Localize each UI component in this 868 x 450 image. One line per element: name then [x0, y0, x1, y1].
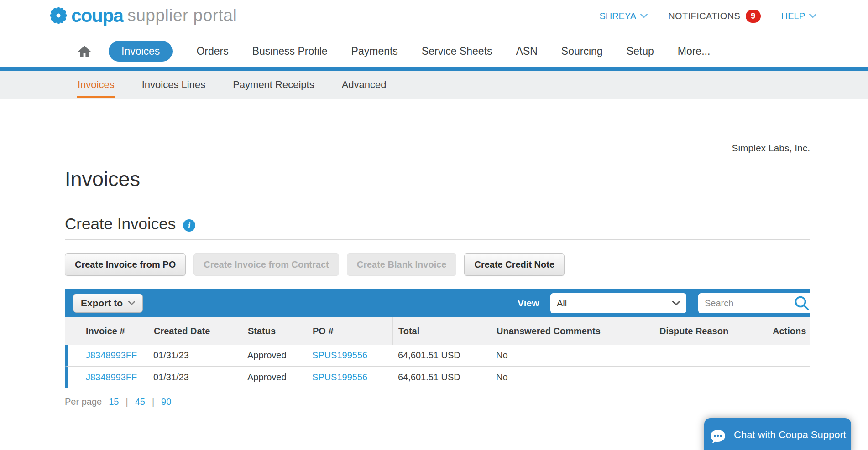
column-header-po: PO #	[307, 317, 392, 345]
invoice-action-buttons: Create Invoice from PO Create Invoice fr…	[65, 253, 810, 276]
per-page-label: Per page	[65, 397, 102, 407]
create-blank-invoice-button: Create Blank Invoice	[347, 253, 457, 276]
help-label: HELP	[781, 11, 805, 21]
total-cell: 64,601.51 USD	[392, 350, 491, 361]
chat-support-button[interactable]: Chat with Coupa Support	[704, 418, 851, 450]
nav-item-sourcing[interactable]: Sourcing	[561, 45, 603, 57]
po-number-link[interactable]: SPUS199556	[312, 372, 367, 382]
po-number-link[interactable]: SPUS199556	[312, 350, 367, 360]
invoice-table: Invoice # Created Date Status PO # Total…	[65, 317, 810, 388]
accent-divider	[0, 67, 868, 71]
view-label: View	[518, 289, 539, 317]
pagination: Per page 15 | 45 | 90	[65, 397, 810, 407]
content-area: Simplex Labs, Inc. Invoices Create Invoi…	[65, 99, 810, 407]
per-page-90-link[interactable]: 90	[161, 397, 171, 407]
divider	[658, 9, 658, 23]
top-header: coupa supplier portal SHREYA NOTIFICATIO…	[0, 0, 868, 67]
created-date-cell: 01/31/23	[148, 350, 242, 361]
column-header-total: Total	[392, 317, 491, 345]
nav-item-service-sheets[interactable]: Service Sheets	[422, 45, 492, 57]
export-to-button[interactable]: Export to	[73, 294, 143, 313]
section-title: Create Invoices	[65, 215, 176, 233]
chevron-down-icon	[809, 14, 816, 18]
brand-suffix: supplier portal	[127, 6, 237, 25]
chat-bubble-icon	[709, 429, 727, 445]
subnav-item-invoices[interactable]: Invoices	[77, 72, 115, 98]
table-row: J8348993FF 01/31/23 Approved SPUS199556 …	[65, 345, 810, 367]
divider	[771, 9, 771, 23]
column-header-status: Status	[242, 317, 307, 345]
column-header-invoice: Invoice #	[65, 317, 148, 345]
nav-item-asn[interactable]: ASN	[516, 45, 538, 57]
create-invoice-from-contract-button: Create Invoice from Contract	[193, 253, 339, 276]
created-date-cell: 01/31/23	[148, 372, 242, 383]
nav-item-setup[interactable]: Setup	[627, 45, 654, 57]
invoice-table-region: Export to View All Invoice # Created Dat…	[65, 289, 810, 388]
help-menu[interactable]: HELP	[781, 11, 816, 21]
nav-item-business-profile[interactable]: Business Profile	[252, 45, 328, 57]
section-header: Create Invoices i	[65, 215, 810, 233]
create-credit-note-button[interactable]: Create Credit Note	[464, 253, 565, 276]
page-title: Invoices	[65, 167, 810, 191]
invoice-number-link[interactable]: J8348993FF	[86, 350, 137, 360]
view-select-value: All	[557, 298, 567, 309]
sub-nav: Invoices Invoices Lines Payment Receipts…	[0, 71, 868, 99]
account-bar: SHREYA NOTIFICATIONS 9 HELP	[599, 9, 816, 23]
user-menu[interactable]: SHREYA	[599, 11, 648, 21]
notifications-label: NOTIFICATIONS	[668, 11, 740, 21]
invoice-number-link[interactable]: J8348993FF	[86, 372, 137, 382]
total-cell: 64,601.51 USD	[392, 372, 491, 383]
status-cell: Approved	[242, 350, 307, 361]
per-page-15-link[interactable]: 15	[109, 397, 119, 407]
subnav-item-advanced[interactable]: Advanced	[341, 72, 387, 98]
column-header-dispute-reason: Dispute Reason	[654, 317, 767, 345]
nav-item-payments[interactable]: Payments	[351, 45, 398, 57]
table-header-row: Invoice # Created Date Status PO # Total…	[65, 317, 810, 345]
chevron-down-icon	[128, 301, 135, 305]
subnav-item-invoices-lines[interactable]: Invoices Lines	[141, 72, 206, 98]
brand-name: coupa	[71, 5, 123, 26]
chat-support-label: Chat with Coupa Support	[734, 429, 846, 441]
home-button[interactable]	[77, 44, 92, 59]
unanswered-comments-cell: No	[491, 350, 654, 361]
table-row: J8348993FF 01/31/23 Approved SPUS199556 …	[65, 367, 810, 388]
table-toolbar: Export to View All	[65, 289, 810, 317]
column-header-unanswered-comments: Unanswered Comments	[491, 317, 654, 345]
nav-item-orders[interactable]: Orders	[196, 45, 228, 57]
user-menu-label: SHREYA	[599, 11, 636, 21]
section-divider	[65, 239, 810, 240]
column-header-actions: Actions	[767, 317, 810, 345]
info-icon[interactable]: i	[183, 219, 195, 232]
subnav-item-payment-receipts[interactable]: Payment Receipts	[232, 72, 315, 98]
company-name: Simplex Labs, Inc.	[65, 143, 810, 154]
separator: |	[125, 397, 128, 407]
nav-item-invoices[interactable]: Invoices	[109, 41, 173, 62]
per-page-45-link[interactable]: 45	[135, 397, 145, 407]
nav-item-more[interactable]: More...	[678, 45, 711, 57]
coupa-logo[interactable]: coupa supplier portal	[47, 5, 237, 26]
chevron-down-icon	[640, 14, 648, 18]
notifications-badge: 9	[746, 10, 760, 23]
view-select[interactable]: All	[550, 293, 686, 313]
separator: |	[152, 397, 154, 407]
main-nav: Invoices Orders Business Profile Payment…	[77, 41, 710, 62]
unanswered-comments-cell: No	[491, 372, 654, 383]
coupa-flower-icon	[47, 5, 69, 26]
column-header-created-date: Created Date	[148, 317, 242, 345]
notifications-button[interactable]: NOTIFICATIONS 9	[668, 10, 761, 23]
create-invoice-from-po-button[interactable]: Create Invoice from PO	[65, 253, 186, 276]
search-icon[interactable]	[794, 295, 810, 313]
status-cell: Approved	[242, 372, 307, 383]
export-to-label: Export to	[81, 298, 123, 309]
home-icon	[77, 44, 92, 59]
chevron-down-icon	[672, 301, 680, 306]
